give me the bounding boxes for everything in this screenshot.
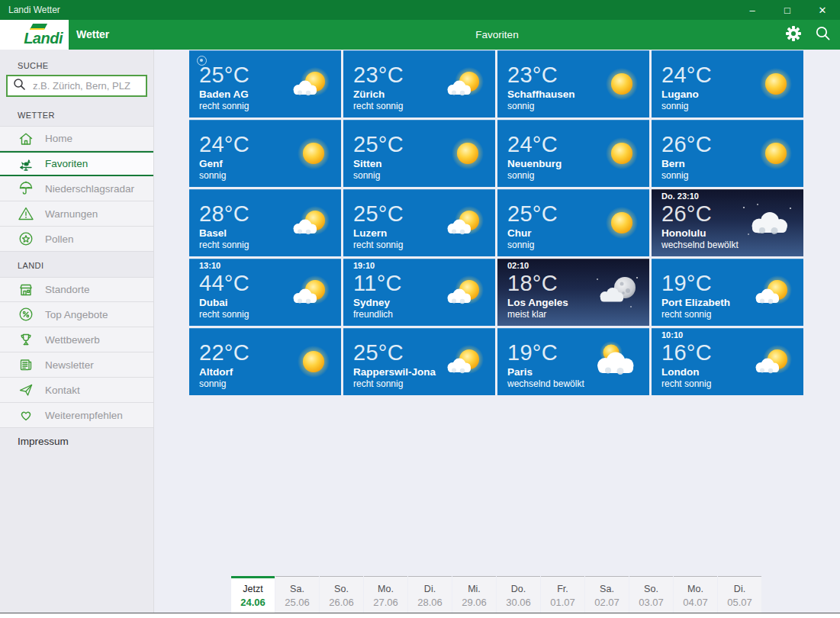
search-box[interactable] bbox=[6, 75, 147, 97]
tile-condition: recht sonnig bbox=[353, 378, 436, 391]
percent-badge-icon bbox=[17, 306, 35, 323]
weather-tile-sydney[interactable]: 19:1011°CSydneyfreundlich bbox=[343, 259, 495, 326]
trophy-icon bbox=[17, 331, 35, 348]
sunny-icon bbox=[294, 328, 333, 395]
weather-tile-sitten[interactable]: 25°CSittensonnig bbox=[343, 120, 495, 187]
day-tab-jetzt-24-06[interactable]: Jetzt24.06 bbox=[231, 576, 275, 613]
search-input[interactable] bbox=[31, 79, 154, 92]
weather-tile-port-elizabeth[interactable]: 19°CPort Elizabethrecht sonnig bbox=[652, 259, 803, 326]
sidebar: SUCHE WETTERHomeFavoritenNiederschlagsra… bbox=[0, 50, 154, 618]
tile-temperature: 19°C bbox=[507, 341, 584, 365]
app-name: Wetter bbox=[76, 20, 109, 50]
tile-local-time: 02:10 bbox=[507, 261, 568, 272]
tile-condition: recht sonnig bbox=[661, 378, 712, 391]
sidebar-item-weiterempfehlen[interactable]: Weiterempfehlen bbox=[0, 403, 153, 428]
weather-tile-bern[interactable]: 26°CBernsonnig bbox=[652, 120, 803, 187]
tile-city: Paris bbox=[507, 365, 584, 379]
tile-text: 02:1018°CLos Angelesmeist klar bbox=[507, 261, 568, 321]
sidebar-item-label: Favoriten bbox=[45, 158, 88, 169]
weather-tile-los-angeles[interactable]: 02:1018°CLos Angelesmeist klar bbox=[497, 259, 649, 326]
weather-tile-altdorf[interactable]: 22°CAltdorfsonnig bbox=[189, 328, 341, 395]
tile-condition: sonnig bbox=[661, 101, 712, 113]
tile-text: 25°CSittensonnig bbox=[353, 133, 404, 182]
weather-tile-luzern[interactable]: 25°CLuzernrecht sonnig bbox=[343, 189, 495, 256]
day-tab-di-05-07[interactable]: Di.05.07 bbox=[718, 576, 761, 613]
app-window: Landi Wetter – □ ✕ Landi Wetter Favorite… bbox=[0, 0, 840, 618]
day-tab-fr-01-07[interactable]: Fr.01.07 bbox=[541, 576, 584, 613]
tile-temperature: 18°C bbox=[507, 272, 568, 295]
tile-temperature: 44°C bbox=[199, 272, 249, 295]
store-icon bbox=[17, 282, 35, 298]
weather-tile-schaffhausen[interactable]: 23°CSchaffhausensonnig bbox=[497, 50, 649, 117]
sunny-icon bbox=[602, 50, 642, 117]
weather-tile-basel[interactable]: 28°CBaselrecht sonnig bbox=[189, 189, 341, 256]
minimize-button[interactable]: – bbox=[735, 0, 770, 20]
weather-tile-z-rich[interactable]: 23°CZürichrecht sonnig bbox=[343, 50, 495, 117]
sunny-icon bbox=[602, 189, 642, 256]
weather-tile-honolulu[interactable]: Do. 23:1026°CHonoluluwechselnd bewölkt bbox=[652, 189, 803, 256]
sidebar-item-newsletter[interactable]: Newsletter bbox=[0, 352, 153, 378]
day-tab-mo-04-07[interactable]: Mo.04.07 bbox=[674, 576, 717, 613]
tile-city: Bern bbox=[661, 157, 712, 171]
tile-local-time: Do. 23:10 bbox=[661, 192, 739, 202]
tile-condition: recht sonnig bbox=[199, 240, 249, 252]
day-tab-mi-29-06[interactable]: Mi.29.06 bbox=[452, 576, 496, 613]
weather-tile-chur[interactable]: 25°CChursonnig bbox=[497, 189, 649, 256]
weather-tile-rapperswil-jona[interactable]: 25°CRapperswil-Jonarecht sonnig bbox=[343, 328, 495, 395]
weather-tile-baden-ag[interactable]: 25°CBaden AGrecht sonnig bbox=[189, 50, 341, 117]
tile-text: 23°CSchaffhausensonnig bbox=[507, 63, 575, 113]
sidebar-item-top-angebote[interactable]: Top Angebote bbox=[0, 302, 153, 327]
sidebar-item-kontakt[interactable]: Kontakt bbox=[0, 378, 153, 403]
tab-date-label: 04.07 bbox=[683, 597, 708, 608]
sidebar-item-label: Wettbewerb bbox=[45, 334, 100, 346]
tab-date-label: 25.06 bbox=[285, 597, 310, 608]
sidebar-item-impressum[interactable]: Impressum bbox=[0, 428, 153, 447]
day-tab-di-28-06[interactable]: Di.28.06 bbox=[408, 576, 452, 613]
tab-date-label: 24.06 bbox=[240, 597, 266, 608]
titlebar: Landi Wetter – □ ✕ bbox=[0, 0, 840, 20]
sidebar-item-label: Newsletter bbox=[45, 359, 94, 371]
day-tab-sa-25-06[interactable]: Sa.25.06 bbox=[275, 576, 319, 613]
landi-logo[interactable]: Landi bbox=[0, 20, 69, 50]
sidebar-item-favoriten[interactable]: Favoriten bbox=[0, 151, 153, 176]
tile-text: 26°CBernsonnig bbox=[661, 133, 712, 182]
settings-gear-icon[interactable] bbox=[784, 24, 803, 46]
tile-temperature: 25°C bbox=[353, 202, 404, 226]
weather-tile-london[interactable]: 10:1016°CLondonrecht sonnig bbox=[652, 328, 803, 395]
weather-tile-neuenburg[interactable]: 24°CNeuenburgsonnig bbox=[497, 120, 649, 187]
sunny-icon bbox=[756, 120, 796, 187]
tab-day-label: Di. bbox=[734, 584, 745, 594]
close-button[interactable]: ✕ bbox=[805, 0, 840, 20]
sidebar-item-standorte[interactable]: Standorte bbox=[0, 277, 153, 302]
tab-date-label: 27.06 bbox=[373, 597, 398, 608]
sidebar-item-pollen[interactable]: Pollen bbox=[0, 227, 153, 252]
day-tab-so-26-06[interactable]: So.26.06 bbox=[320, 576, 363, 613]
sidebar-section-label-wetter: WETTER bbox=[18, 111, 153, 120]
weather-tile-genf[interactable]: 24°CGenfsonnig bbox=[189, 120, 341, 187]
window-controls: – □ ✕ bbox=[735, 0, 840, 20]
maximize-button[interactable]: □ bbox=[770, 0, 805, 20]
tile-text: 25°CLuzernrecht sonnig bbox=[353, 202, 404, 252]
weather-tile-dubai[interactable]: 13:1044°CDubairecht sonnig bbox=[189, 259, 341, 326]
day-tab-sa-02-07[interactable]: Sa.02.07 bbox=[585, 576, 629, 613]
appbar-icons bbox=[784, 20, 831, 50]
search-icon[interactable] bbox=[815, 25, 831, 44]
partly-sunny-icon bbox=[285, 50, 333, 117]
paper-plane-icon bbox=[17, 381, 35, 398]
page-title: Favoriten bbox=[154, 20, 840, 50]
tab-day-label: Jetzt bbox=[243, 584, 262, 594]
tile-local-time: 10:10 bbox=[661, 330, 712, 341]
day-tab-do-30-06[interactable]: Do.30.06 bbox=[497, 576, 540, 613]
weather-tile-paris[interactable]: 19°CPariswechselnd bewölkt bbox=[497, 328, 649, 395]
tile-city: Sitten bbox=[353, 157, 404, 171]
weather-tile-lugano[interactable]: 24°CLuganosonnig bbox=[652, 50, 803, 117]
day-tab-so-03-07[interactable]: So.03.07 bbox=[629, 576, 673, 613]
sidebar-item-label: Niederschlagsradar bbox=[45, 183, 134, 195]
magnifier-icon bbox=[13, 78, 26, 94]
sidebar-item-wettbewerb[interactable]: Wettbewerb bbox=[0, 327, 153, 352]
tile-condition: wechselnd bewölkt bbox=[661, 240, 739, 252]
sidebar-item-warnungen[interactable]: Warnungen bbox=[0, 201, 153, 227]
sidebar-item-home[interactable]: Home bbox=[0, 126, 153, 151]
day-tab-mo-27-06[interactable]: Mo.27.06 bbox=[364, 576, 407, 613]
sidebar-item-niederschlagsradar[interactable]: Niederschlagsradar bbox=[0, 176, 153, 201]
